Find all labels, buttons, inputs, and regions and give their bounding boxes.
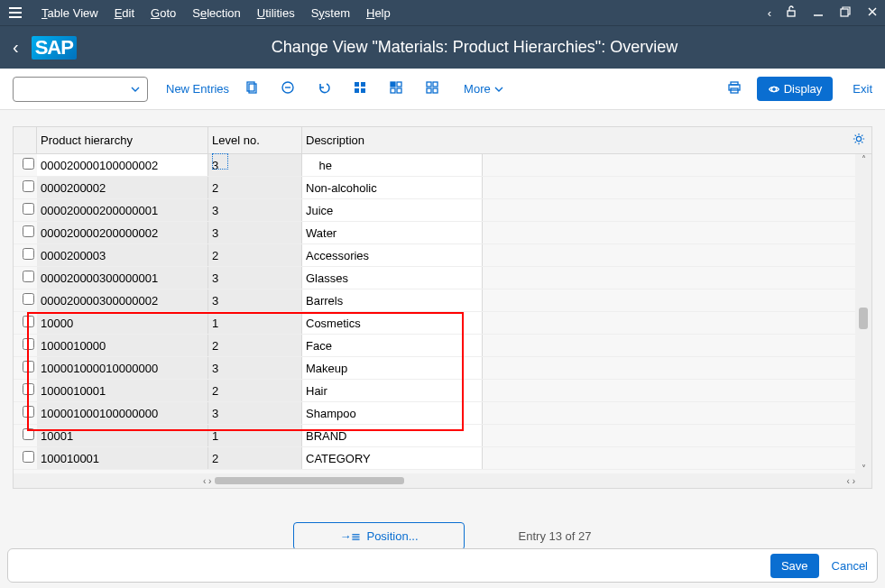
cell-description[interactable]: CATEGORY xyxy=(302,447,483,469)
deselect-all-icon[interactable] xyxy=(419,80,446,97)
close-window-icon[interactable] xyxy=(865,5,880,22)
row-checkbox[interactable] xyxy=(23,406,34,418)
undo-icon[interactable] xyxy=(310,80,337,97)
row-checkbox[interactable] xyxy=(23,383,34,395)
nav-left-icon[interactable]: ‹ xyxy=(768,6,771,20)
copy-as-icon[interactable] xyxy=(238,80,265,97)
table-row[interactable]: 0000200003000000023Barrels xyxy=(14,289,871,312)
svg-rect-9 xyxy=(355,82,359,87)
row-checkbox[interactable] xyxy=(23,158,34,170)
menu-goto[interactable]: Goto xyxy=(151,6,176,20)
row-checkbox[interactable] xyxy=(23,293,34,305)
table-row[interactable]: 00002000032Accessories xyxy=(14,244,871,267)
cell-description[interactable]: Juice xyxy=(302,199,483,221)
svg-rect-12 xyxy=(361,88,365,93)
table-row[interactable]: 1000010000100000003Makeup xyxy=(14,357,871,380)
cell-product-hierarchy[interactable]: 1000010001 xyxy=(37,380,208,401)
table-row[interactable]: 0000200002000000023Water xyxy=(14,222,871,244)
svg-rect-13 xyxy=(391,82,395,87)
row-checkbox[interactable] xyxy=(23,180,34,192)
new-entries-button[interactable]: New Entries xyxy=(166,82,229,96)
cell-product-hierarchy[interactable]: 10001 xyxy=(37,425,208,446)
table-row[interactable]: 00002000022Non-alcoholic xyxy=(14,177,871,199)
hamburger-menu-icon[interactable] xyxy=(5,3,25,23)
exit-button[interactable]: Exit xyxy=(853,82,872,96)
table-row[interactable]: 100001Cosmetics xyxy=(14,312,871,335)
vertical-scrollbar[interactable]: ˄ ˅ xyxy=(855,154,871,473)
cell-description[interactable]: Face xyxy=(302,335,483,356)
cell-product-hierarchy[interactable]: 000020000200000002 xyxy=(37,222,208,243)
row-checkbox[interactable] xyxy=(23,271,34,282)
cell-description[interactable]: Makeup xyxy=(302,357,483,379)
cell-description[interactable]: Shampoo xyxy=(302,402,483,424)
row-checkbox[interactable] xyxy=(23,428,34,440)
menu-help[interactable]: Help xyxy=(366,6,391,20)
table-row[interactable]: 0000200003000000013Glasses xyxy=(14,267,871,289)
cell-description[interactable]: Hair xyxy=(302,380,483,401)
cell-product-hierarchy[interactable]: 0000200003 xyxy=(37,244,208,266)
table-row[interactable]: 0000200002000000013Juice xyxy=(14,199,871,222)
cell-description[interactable]: Cosmetics xyxy=(302,312,483,334)
cell-level: 3 xyxy=(208,199,302,221)
save-button[interactable]: Save xyxy=(770,554,819,578)
row-checkbox[interactable] xyxy=(23,203,34,215)
row-checkbox[interactable] xyxy=(23,451,34,463)
cell-description[interactable]: Glasses xyxy=(302,267,483,289)
cell-description[interactable]: BRAND xyxy=(302,425,483,446)
menu-selection[interactable]: Selection xyxy=(192,6,240,20)
cell-description[interactable]: he xyxy=(302,154,483,176)
menu-table-view[interactable]: Table View xyxy=(41,6,98,20)
cell-product-hierarchy[interactable]: 0000200002 xyxy=(37,177,208,198)
cell-product-hierarchy[interactable]: 000020000100000002 xyxy=(37,154,208,176)
cell-product-hierarchy[interactable]: 100001000010000000 xyxy=(37,357,208,379)
row-checkbox[interactable] xyxy=(23,316,34,327)
select-all-header[interactable] xyxy=(14,127,37,153)
command-dropdown[interactable] xyxy=(13,77,148,102)
menu-system[interactable]: System xyxy=(311,6,350,20)
print-icon[interactable] xyxy=(721,80,748,97)
col-product-hierarchy[interactable]: Product hierarchy xyxy=(37,127,208,153)
configure-columns-icon[interactable] xyxy=(846,133,871,148)
data-table: Product hierarchy Level no. Description … xyxy=(13,126,872,489)
table-row[interactable]: 1000010001000000003Shampoo xyxy=(14,402,871,425)
cell-description[interactable]: Barrels xyxy=(302,289,483,311)
svg-rect-16 xyxy=(397,88,401,93)
back-button[interactable]: ‹ xyxy=(13,37,19,58)
table-row[interactable]: 10000100012Hair xyxy=(14,380,871,402)
cancel-button[interactable]: Cancel xyxy=(832,559,868,573)
delete-icon[interactable] xyxy=(274,80,301,97)
cell-product-hierarchy[interactable]: 10000 xyxy=(37,312,208,334)
row-checkbox[interactable] xyxy=(23,248,34,260)
menu-utilities[interactable]: Utilities xyxy=(257,6,295,20)
row-checkbox[interactable] xyxy=(23,361,34,372)
table-row[interactable]: 10000100002Face xyxy=(14,335,871,357)
cell-description[interactable]: Accessories xyxy=(302,244,483,266)
table-row[interactable]: 0000200001000000023 he xyxy=(14,154,871,177)
cell-product-hierarchy[interactable]: 100010001 xyxy=(37,447,208,469)
cell-product-hierarchy[interactable]: 000020000200000001 xyxy=(37,199,208,221)
table-row[interactable]: 1000100012CATEGORY xyxy=(14,447,871,470)
cell-product-hierarchy[interactable]: 1000010000 xyxy=(37,335,208,356)
cell-product-hierarchy[interactable]: 100001000100000000 xyxy=(37,402,208,424)
cell-product-hierarchy[interactable]: 000020000300000001 xyxy=(37,267,208,289)
col-description[interactable]: Description xyxy=(302,133,846,147)
position-button[interactable]: →≣Position... xyxy=(293,522,464,550)
row-checkbox[interactable] xyxy=(23,225,34,237)
restore-window-icon[interactable] xyxy=(838,5,853,22)
svg-rect-15 xyxy=(391,88,395,93)
select-all-icon[interactable] xyxy=(346,80,373,97)
unlock-icon[interactable] xyxy=(784,5,798,22)
menu-edit[interactable]: Edit xyxy=(115,6,134,20)
minimize-window-icon[interactable] xyxy=(811,5,825,22)
col-level-no[interactable]: Level no. xyxy=(208,127,302,153)
cell-product-hierarchy[interactable]: 000020000300000002 xyxy=(37,289,208,311)
horizontal-scrollbar[interactable]: ‹ › ‹ › xyxy=(14,473,871,488)
row-checkbox[interactable] xyxy=(23,338,34,350)
cell-description[interactable]: Non-alcoholic xyxy=(302,177,483,198)
table-row[interactable]: 100011BRAND xyxy=(14,425,871,447)
select-block-icon[interactable] xyxy=(383,80,410,97)
cell-description[interactable]: Water xyxy=(302,222,483,243)
display-button[interactable]: Display xyxy=(757,77,834,101)
more-button[interactable]: More xyxy=(464,82,503,96)
entry-counter: Entry 13 of 27 xyxy=(519,529,592,543)
